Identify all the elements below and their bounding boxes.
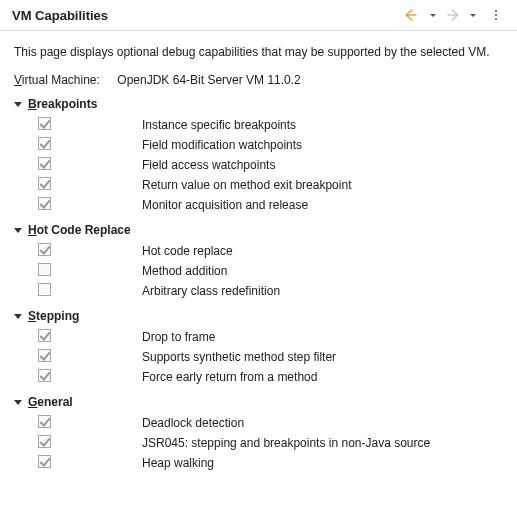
capability-label: Field access watchpoints bbox=[142, 158, 503, 172]
capability-checkbox bbox=[38, 435, 51, 448]
capability-checkbox bbox=[38, 137, 51, 150]
capability-checkbox bbox=[38, 455, 51, 468]
capability-row: Monitor acquisition and release bbox=[14, 195, 503, 215]
capability-label: Return value on method exit breakpoint bbox=[142, 178, 503, 192]
capability-row: Force early return from a method bbox=[14, 367, 503, 387]
capability-checkbox bbox=[38, 283, 51, 296]
section-items-breakpoints: Instance specific breakpointsField modif… bbox=[14, 115, 503, 215]
page-title: VM Capabilities bbox=[12, 8, 108, 23]
capability-row: Supports synthetic method step filter bbox=[14, 347, 503, 367]
capability-row: Instance specific breakpoints bbox=[14, 115, 503, 135]
capability-label: Method addition bbox=[142, 264, 503, 278]
forward-button[interactable] bbox=[443, 6, 461, 24]
expand-icon bbox=[14, 314, 22, 319]
page-description: This page displays optional debug capabi… bbox=[14, 45, 503, 59]
capability-checkbox bbox=[38, 329, 51, 342]
expand-icon bbox=[14, 102, 22, 107]
capability-checkbox bbox=[38, 117, 51, 130]
section-header-breakpoints[interactable]: Breakpoints bbox=[14, 97, 503, 111]
section-breakpoints: Breakpoints Instance specific breakpoint… bbox=[14, 97, 503, 215]
back-button[interactable] bbox=[403, 6, 421, 24]
capability-label: Arbitrary class redefinition bbox=[142, 284, 503, 298]
capability-label: Drop to frame bbox=[142, 330, 503, 344]
header: VM Capabilities bbox=[0, 0, 517, 31]
section-stepping: Stepping Drop to frameSupports synthetic… bbox=[14, 309, 503, 387]
capability-label: Monitor acquisition and release bbox=[142, 198, 503, 212]
capability-label: Hot code replace bbox=[142, 244, 503, 258]
section-items-stepping: Drop to frameSupports synthetic method s… bbox=[14, 327, 503, 387]
section-header-hotcode[interactable]: Hot Code Replace bbox=[14, 223, 503, 237]
section-items-hotcode: Hot code replaceMethod additionArbitrary… bbox=[14, 241, 503, 301]
capability-checkbox bbox=[38, 415, 51, 428]
capability-checkbox bbox=[38, 197, 51, 210]
capability-row: Field access watchpoints bbox=[14, 155, 503, 175]
capability-label: Heap walking bbox=[142, 456, 503, 470]
capability-checkbox bbox=[38, 263, 51, 276]
capability-row: Drop to frame bbox=[14, 327, 503, 347]
capability-row: Field modification watchpoints bbox=[14, 135, 503, 155]
expand-icon bbox=[14, 228, 22, 233]
chevron-down-icon bbox=[470, 14, 476, 17]
capability-label: Deadlock detection bbox=[142, 416, 503, 430]
section-hotcode: Hot Code Replace Hot code replaceMethod … bbox=[14, 223, 503, 301]
capability-checkbox bbox=[38, 369, 51, 382]
capability-label: Force early return from a method bbox=[142, 370, 503, 384]
capability-label: JSR045: stepping and breakpoints in non-… bbox=[142, 436, 503, 450]
capability-checkbox bbox=[38, 349, 51, 362]
section-items-general: Deadlock detectionJSR045: stepping and b… bbox=[14, 413, 503, 473]
content: This page displays optional debug capabi… bbox=[0, 31, 517, 491]
capability-row: Method addition bbox=[14, 261, 503, 281]
capability-row: Arbitrary class redefinition bbox=[14, 281, 503, 301]
capability-row: Deadlock detection bbox=[14, 413, 503, 433]
capability-row: Return value on method exit breakpoint bbox=[14, 175, 503, 195]
vm-label: Virtual Machine: bbox=[14, 73, 114, 87]
capability-checkbox bbox=[38, 243, 51, 256]
section-general: General Deadlock detectionJSR045: steppi… bbox=[14, 395, 503, 473]
capability-label: Instance specific breakpoints bbox=[142, 118, 503, 132]
menu-button[interactable] bbox=[483, 6, 509, 24]
capability-row: JSR045: stepping and breakpoints in non-… bbox=[14, 433, 503, 453]
capability-label: Supports synthetic method step filter bbox=[142, 350, 503, 364]
capability-label: Field modification watchpoints bbox=[142, 138, 503, 152]
vm-row: Virtual Machine: OpenJDK 64-Bit Server V… bbox=[14, 73, 503, 87]
capability-checkbox bbox=[38, 177, 51, 190]
capability-row: Heap walking bbox=[14, 453, 503, 473]
section-header-stepping[interactable]: Stepping bbox=[14, 309, 503, 323]
capability-checkbox bbox=[38, 157, 51, 170]
back-dropdown-button[interactable] bbox=[423, 6, 441, 24]
vm-value: OpenJDK 64-Bit Server VM 11.0.2 bbox=[117, 73, 300, 87]
toolbar bbox=[403, 6, 509, 24]
chevron-down-icon bbox=[430, 14, 436, 17]
section-header-general[interactable]: General bbox=[14, 395, 503, 409]
forward-dropdown-button[interactable] bbox=[463, 6, 481, 24]
capability-row: Hot code replace bbox=[14, 241, 503, 261]
expand-icon bbox=[14, 400, 22, 405]
